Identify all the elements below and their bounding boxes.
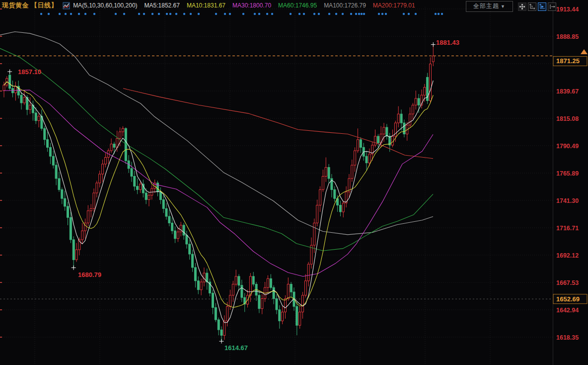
price-annotation: 1881.43 [436, 39, 459, 46]
mini-chart-icon[interactable] [63, 2, 70, 9]
chevron-down-icon: ▼ [501, 4, 506, 9]
axis-tick-label: 1642.94 [556, 307, 579, 314]
axis-play-icon[interactable] [538, 2, 546, 11]
event-dots[interactable] [40, 13, 443, 15]
ma-lines [0, 32, 433, 323]
axis-tick-label: 1765.89 [556, 170, 579, 177]
ma-value: MA200:1779.01 [373, 2, 415, 9]
price-annotation: 1857.10 [18, 68, 41, 76]
pan-move-icon[interactable] [518, 2, 526, 11]
axis-tick-label: 1716.71 [556, 225, 579, 232]
axis-scale-icon[interactable] [528, 2, 536, 11]
ma-value: MA10:1831.67 [187, 2, 225, 9]
candles[interactable] [3, 45, 434, 342]
header-toolbar: 全部主题▼ [466, 1, 556, 12]
ma-value: MA30:1800.70 [232, 2, 271, 9]
annotations: 1857.101680.791614.671881.43 [7, 39, 459, 352]
axis-tick-label: 1741.30 [556, 197, 579, 204]
price-annotation: 1680.79 [78, 271, 101, 278]
axis-tick-label: 1667.53 [556, 279, 579, 286]
axis-tick-label: 1888.85 [556, 33, 579, 40]
trading-chart-app: 1857.101680.791614.671881.431913.441888.… [0, 0, 588, 365]
axis-tick-label: 1815.08 [556, 115, 579, 122]
candlestick-chart[interactable]: 1857.101680.791614.671881.431913.441888.… [0, 0, 588, 365]
price-up-arrow-icon [581, 49, 588, 54]
pane-shift-icon[interactable] [548, 2, 556, 11]
ma-values: MA5:1852.67MA10:1831.67MA30:1800.70MA60:… [138, 2, 415, 9]
instrument-title: 现货黄金 【日线】 [2, 1, 58, 10]
ma-value: MA60:1746.95 [278, 2, 317, 9]
svg-text:1652.69: 1652.69 [556, 295, 580, 303]
svg-text:1871.25: 1871.25 [556, 57, 580, 65]
axis-tick-label: 1839.67 [556, 88, 579, 95]
level-price-tag: 1652.69 [553, 294, 587, 304]
chart-header-bar: 现货黄金 【日线】 MA(5,10,30,60,100,200) MA5:185… [0, 0, 588, 11]
ma-formula-label: MA(5,10,30,60,100,200) [73, 2, 137, 9]
price-annotation: 1614.67 [224, 344, 248, 352]
ma-value: MA5:1852.67 [145, 2, 180, 9]
axis-tick-label: 1618.35 [556, 334, 579, 341]
axis-tick-label: 1790.49 [556, 143, 579, 150]
current-price-tag: 1871.25 [553, 56, 587, 66]
axis-tick-label: 1692.12 [556, 252, 579, 259]
price-axis: 1913.441888.851864.251839.671815.081790.… [556, 6, 579, 341]
theme-dropdown[interactable]: 全部主题▼ [466, 1, 513, 12]
ma-value: MA100:1726.79 [324, 2, 366, 9]
theme-dropdown-label: 全部主题 [473, 2, 499, 9]
